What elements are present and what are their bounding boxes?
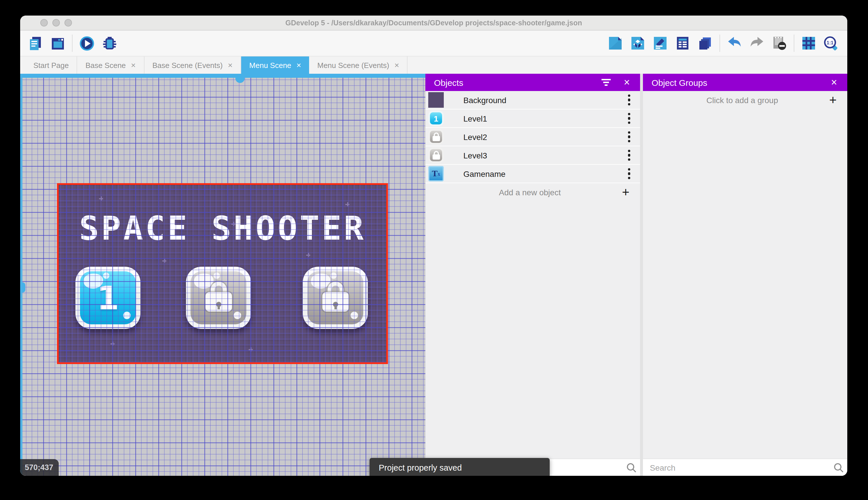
search-icon: [830, 462, 847, 473]
close-tab-icon[interactable]: ×: [228, 61, 233, 69]
object-row-level1[interactable]: 1 Level1: [425, 110, 640, 128]
main-toolbar: 1:1: [20, 31, 847, 56]
object-menu-icon[interactable]: [623, 150, 635, 161]
properties-icon[interactable]: [652, 35, 668, 51]
project-manager-icon[interactable]: [27, 35, 43, 51]
level3-object-icon: [428, 147, 444, 163]
object-menu-icon[interactable]: [623, 131, 635, 143]
object-row-level3[interactable]: Level3: [425, 146, 640, 165]
level1-object-icon: 1: [428, 111, 444, 126]
window-title: GDevelop 5 - /Users/dkarakay/Documents/G…: [20, 15, 847, 31]
gdevelop-window: GDevelop 5 - /Users/dkarakay/Documents/G…: [20, 15, 847, 476]
object-row-gamename[interactable]: Tx Gamename: [425, 165, 640, 183]
object-menu-icon[interactable]: [623, 94, 635, 106]
debug-icon[interactable]: [101, 35, 117, 51]
object-groups-panel: Object Groups × Click to add a group +: [643, 74, 847, 476]
tab-base-scene-events[interactable]: Base Scene (Events) ×: [144, 56, 241, 74]
add-group-plus-icon[interactable]: +: [824, 94, 842, 106]
tab-menu-scene[interactable]: Menu Scene ×: [241, 56, 309, 74]
add-object-label: Add a new object: [425, 188, 617, 197]
object-menu-icon[interactable]: [623, 113, 635, 124]
tab-base-scene[interactable]: Base Scene ×: [78, 56, 144, 74]
object-menu-icon[interactable]: [623, 168, 635, 180]
close-panel-icon[interactable]: ×: [828, 76, 840, 89]
tab-menu-scene-events[interactable]: Menu Scene (Events) ×: [309, 56, 408, 74]
play-preview-icon[interactable]: [79, 35, 95, 51]
toolbar-separator: [719, 35, 720, 52]
object-groups-panel-header: Object Groups ×: [643, 74, 847, 91]
toolbar-separator: [72, 35, 72, 52]
vertical-scrollbar[interactable]: [20, 78, 22, 476]
close-tab-icon[interactable]: ×: [296, 61, 301, 69]
close-tab-icon[interactable]: ×: [395, 61, 399, 69]
horizontal-scrollbar[interactable]: [20, 74, 425, 78]
title-bar: GDevelop 5 - /Users/dkarakay/Documents/G…: [20, 15, 847, 31]
cursor-coordinates-badge: 570;437: [20, 459, 59, 476]
background-object-icon: [428, 92, 444, 108]
add-new-object-row[interactable]: Add a new object +: [425, 183, 640, 202]
svg-text:1:1: 1:1: [826, 40, 833, 45]
layers-icon[interactable]: [697, 35, 713, 51]
horizontal-scrollbar-handle[interactable]: [235, 78, 245, 83]
object-groups-panel-title: Object Groups: [652, 78, 707, 87]
add-group-row[interactable]: Click to add a group +: [643, 91, 847, 110]
toggle-window-mask-icon[interactable]: [771, 35, 787, 51]
zoom-1-1-icon[interactable]: 1:1: [823, 35, 839, 51]
editor-tabs: Start Page Base Scene × Base Scene (Even…: [20, 56, 847, 74]
objects-panel-title: Objects: [434, 78, 464, 87]
objects-editor-icon[interactable]: [607, 35, 623, 51]
tab-start-page[interactable]: Start Page: [25, 56, 78, 74]
groups-search-row: [643, 459, 847, 476]
text-object-icon: Tx: [428, 166, 444, 181]
scene-editor-canvas[interactable]: SPACE SHOOTER 1: [20, 74, 425, 476]
open-scenes-icon[interactable]: [49, 35, 66, 51]
vertical-scrollbar-handle[interactable]: [20, 282, 25, 293]
instances-list-icon[interactable]: [675, 35, 691, 51]
close-tab-icon[interactable]: ×: [131, 61, 136, 69]
objects-panel: Objects × Background: [425, 74, 640, 476]
object-groups-editor-icon[interactable]: [630, 35, 646, 51]
close-panel-icon[interactable]: ×: [621, 76, 633, 89]
object-row-level2[interactable]: Level2: [425, 128, 640, 146]
objects-panel-header: Objects ×: [425, 74, 640, 91]
add-group-label: Click to add a group: [643, 95, 824, 105]
save-toast: Project properly saved: [370, 458, 550, 476]
search-icon: [623, 462, 640, 473]
filter-icon[interactable]: [600, 76, 612, 89]
grid-icon[interactable]: [801, 35, 817, 51]
level2-object-icon: [428, 129, 444, 145]
object-row-background[interactable]: Background: [425, 91, 640, 110]
undo-icon[interactable]: [726, 35, 742, 51]
panel-divider[interactable]: [640, 74, 643, 476]
selection-rectangle[interactable]: [57, 183, 388, 364]
redo-icon[interactable]: [749, 35, 765, 51]
toolbar-separator: [794, 35, 794, 52]
add-object-plus-icon[interactable]: +: [617, 186, 634, 199]
groups-search-input[interactable]: [643, 463, 830, 472]
